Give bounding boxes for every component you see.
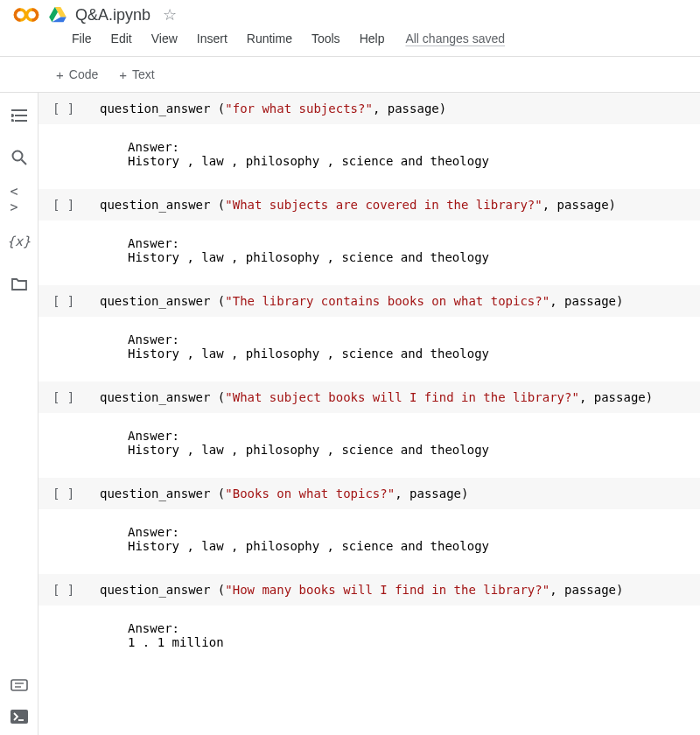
code-string: "The library contains books on what topi… bbox=[225, 294, 550, 308]
cell-output: Answer: History , law , philosophy , sci… bbox=[38, 317, 700, 382]
header: Q&A.ipynb ☆ File Edit View Insert Runtim… bbox=[0, 0, 700, 57]
add-code-button[interactable]: + Code bbox=[49, 64, 105, 85]
search-icon[interactable] bbox=[10, 149, 28, 166]
code-fn: question_answer bbox=[100, 198, 218, 212]
colab-logo-icon[interactable] bbox=[12, 6, 40, 24]
svg-point-6 bbox=[11, 120, 13, 122]
cell-output: Answer: History , law , philosophy , sci… bbox=[38, 413, 700, 478]
command-palette-icon[interactable] bbox=[10, 676, 28, 694]
code-line[interactable]: question_answer ("for what subjects?", p… bbox=[100, 102, 446, 116]
code-line[interactable]: question_answer ("Books on what topics?"… bbox=[100, 486, 468, 500]
snippets-icon[interactable]: < > bbox=[10, 191, 28, 208]
code-cell[interactable]: [ ] question_answer ("How many books wil… bbox=[38, 574, 700, 606]
code-arg: , passage) bbox=[550, 294, 623, 308]
code-fn: question_answer bbox=[100, 294, 218, 308]
code-fn: question_answer bbox=[100, 390, 218, 404]
menu-help[interactable]: Help bbox=[351, 28, 394, 49]
code-line[interactable]: question_answer ("How many books will I … bbox=[100, 583, 623, 597]
code-fn: question_answer bbox=[100, 102, 218, 116]
menu-file[interactable]: File bbox=[63, 28, 101, 49]
toc-icon[interactable] bbox=[10, 107, 28, 124]
add-code-label: Code bbox=[69, 67, 98, 81]
toolbar: + Code + Text bbox=[0, 57, 700, 93]
code-cell[interactable]: [ ] question_answer ("What subject books… bbox=[38, 382, 700, 413]
notebook-area[interactable]: [ ] question_answer ("for what subjects?… bbox=[38, 93, 700, 735]
code-arg: , passage) bbox=[395, 486, 468, 500]
cell-gutter: [ ] bbox=[52, 486, 79, 500]
code-cell[interactable]: [ ] question_answer ("for what subjects?… bbox=[38, 93, 700, 124]
add-text-label: Text bbox=[132, 67, 155, 81]
menubar: File Edit View Insert Runtime Tools Help… bbox=[0, 24, 700, 56]
code-line[interactable]: question_answer ("The library contains b… bbox=[100, 294, 623, 308]
code-arg: , passage) bbox=[579, 390, 653, 404]
terminal-icon[interactable] bbox=[10, 708, 28, 725]
svg-line-8 bbox=[21, 160, 26, 165]
menu-insert[interactable]: Insert bbox=[188, 28, 236, 49]
code-string: "What subjects are covered in the librar… bbox=[225, 198, 542, 212]
code-fn: question_answer bbox=[100, 583, 218, 597]
menu-runtime[interactable]: Runtime bbox=[238, 28, 301, 49]
plus-icon: + bbox=[56, 68, 64, 81]
svg-rect-12 bbox=[10, 710, 28, 724]
code-arg: , passage) bbox=[373, 102, 446, 116]
svg-point-7 bbox=[12, 151, 22, 161]
code-arg: , passage) bbox=[542, 198, 616, 212]
variables-icon[interactable]: {x} bbox=[10, 233, 28, 250]
save-status[interactable]: All changes saved bbox=[405, 32, 505, 46]
header-top: Q&A.ipynb ☆ bbox=[0, 5, 700, 24]
cell-gutter: [ ] bbox=[52, 102, 79, 116]
cell-output: Answer: History , law , philosophy , sci… bbox=[38, 220, 700, 285]
cell-gutter: [ ] bbox=[52, 198, 79, 212]
cell-output: Answer: History , law , philosophy , sci… bbox=[38, 124, 700, 189]
code-cell[interactable]: [ ] question_answer ("Books on what topi… bbox=[38, 478, 700, 509]
code-cell[interactable]: [ ] question_answer ("The library contai… bbox=[38, 285, 700, 317]
menu-tools[interactable]: Tools bbox=[303, 28, 349, 49]
star-icon[interactable]: ☆ bbox=[163, 5, 177, 24]
main: < > {x} [ ] question_answer ("for what s… bbox=[0, 93, 700, 735]
plus-icon: + bbox=[119, 68, 127, 81]
menu-edit[interactable]: Edit bbox=[102, 28, 141, 49]
code-string: "Books on what topics?" bbox=[225, 486, 395, 500]
cell-gutter: [ ] bbox=[52, 583, 79, 597]
cell-gutter: [ ] bbox=[52, 294, 79, 308]
code-string: "What subject books will I find in the l… bbox=[225, 390, 579, 404]
code-arg: , passage) bbox=[550, 583, 623, 597]
files-icon[interactable] bbox=[10, 275, 28, 292]
code-fn: question_answer bbox=[100, 486, 218, 500]
code-line[interactable]: question_answer ("What subject books wil… bbox=[100, 390, 653, 404]
left-rail: < > {x} bbox=[0, 93, 38, 735]
code-cell[interactable]: [ ] question_answer ("What subjects are … bbox=[38, 189, 700, 220]
code-string: "How many books will I find in the libra… bbox=[225, 583, 550, 597]
cell-output: Answer: History , law , philosophy , sci… bbox=[38, 509, 700, 574]
svg-point-5 bbox=[11, 115, 13, 116]
code-line[interactable]: question_answer ("What subjects are cove… bbox=[100, 198, 616, 212]
cell-gutter: [ ] bbox=[52, 390, 79, 404]
cell-output: Answer: 1 . 1 million bbox=[38, 606, 700, 670]
document-title[interactable]: Q&A.ipynb bbox=[75, 6, 150, 24]
drive-icon bbox=[49, 7, 66, 23]
svg-rect-9 bbox=[11, 680, 27, 690]
add-text-button[interactable]: + Text bbox=[112, 64, 161, 85]
menu-view[interactable]: View bbox=[143, 28, 186, 49]
code-string: "for what subjects?" bbox=[225, 102, 373, 116]
